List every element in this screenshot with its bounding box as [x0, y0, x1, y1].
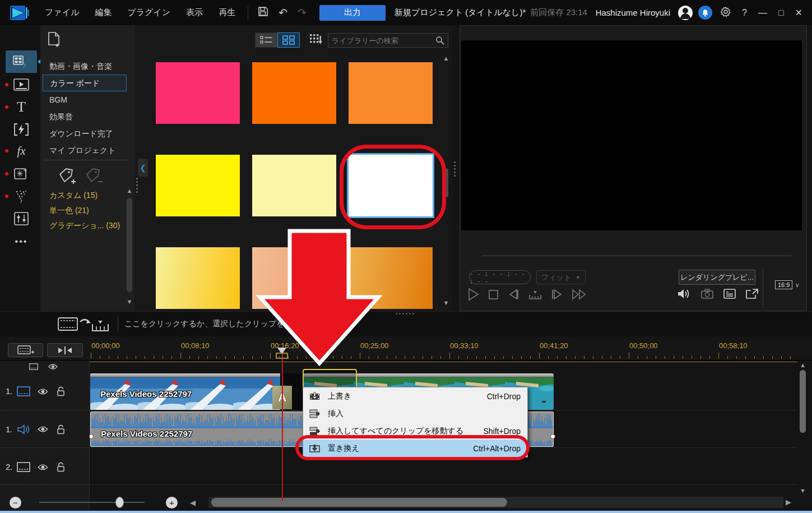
menu-item-4[interactable]: 再生 [211, 4, 243, 21]
volume-icon[interactable] [678, 288, 691, 302]
settings-gear-icon[interactable] [718, 7, 734, 19]
menu-item-3[interactable]: 表示 [178, 4, 211, 21]
scroll-down-icon[interactable]: ▼ [798, 487, 808, 494]
grid-view-button[interactable] [277, 33, 300, 48]
scroll-up-icon[interactable]: ▲ [125, 187, 134, 195]
color-board-swatch-1[interactable] [252, 62, 336, 124]
audio-mixing-room-button[interactable] [6, 207, 37, 230]
scroll-right-icon[interactable]: ▶ [786, 498, 791, 506]
effect-room-button[interactable]: fx [6, 140, 37, 162]
fast-forward-button[interactable] [572, 289, 587, 302]
search-icon[interactable] [435, 36, 448, 45]
video-track-1-header[interactable]: 1. [0, 373, 90, 410]
stop-button[interactable] [489, 290, 498, 302]
previous-frame-button[interactable] [508, 289, 519, 302]
play-button[interactable] [468, 288, 479, 303]
panel-resize-handle[interactable] [136, 178, 138, 193]
render-preview-button[interactable]: レンダリングプレビ... [679, 270, 755, 285]
media-room-button[interactable]: ♪ [6, 50, 37, 73]
menu-item-1[interactable]: 編集 [87, 4, 119, 21]
more-rooms-button[interactable]: ••• [6, 230, 37, 253]
category-item-3[interactable]: 効果音 [43, 108, 127, 125]
playhead-line[interactable] [282, 350, 283, 501]
scroll-left-icon[interactable]: ◀ [190, 498, 196, 507]
color-board-swatch-6[interactable] [156, 247, 240, 309]
sort-icon[interactable] [309, 34, 323, 48]
save-icon[interactable] [253, 6, 273, 20]
category-item-5[interactable]: マイ プロジェクト [43, 142, 127, 159]
video-track-2-header[interactable]: 2. [0, 449, 90, 486]
zoom-out-button[interactable]: − [10, 497, 21, 509]
remove-tag-icon[interactable] [84, 167, 103, 188]
context-menu-item-1[interactable]: 挿入 [303, 405, 527, 422]
color-board-swatch-3[interactable] [156, 155, 240, 216]
add-tag-icon[interactable] [57, 167, 76, 188]
category-scrollbar[interactable]: ▲ ▼ [125, 187, 134, 306]
pip-objects-button[interactable]: ✳✳ [6, 163, 37, 185]
aspect-ratio-badge[interactable]: 16:9 [775, 280, 792, 289]
category-item-2[interactable]: BGM [43, 91, 127, 108]
color-board-swatch-0[interactable] [156, 62, 240, 124]
preview-quality-icon[interactable] [723, 289, 736, 301]
close-icon[interactable]: ✕ [792, 7, 805, 18]
seek-bar[interactable] [481, 255, 792, 256]
scroll-down-icon[interactable]: ▼ [125, 298, 134, 306]
undo-icon[interactable]: ↶ [273, 6, 293, 19]
video-clip[interactable]: Pexels Videos 2252797 [90, 373, 280, 410]
title-room-button[interactable]: T [6, 96, 37, 118]
maximize-icon[interactable]: □ [776, 8, 787, 18]
minimize-icon[interactable]: — [755, 8, 770, 18]
marker-button[interactable] [528, 289, 542, 302]
detach-window-icon[interactable] [746, 289, 758, 301]
scroll-down-icon[interactable]: ▼ [442, 299, 450, 307]
splitter-handle[interactable] [396, 313, 414, 315]
transition-room-button[interactable] [6, 118, 37, 141]
next-frame-button[interactable] [551, 289, 563, 302]
insert-move-icon [308, 427, 321, 436]
tag-item-1[interactable]: 単一色 (21) [43, 203, 127, 218]
scrollbar-thumb[interactable] [211, 498, 507, 507]
collapse-panel-chevron[interactable]: ❮ [138, 159, 148, 177]
color-board-swatch-4[interactable] [252, 155, 336, 216]
timeline-horizontal-scrollbar[interactable] [208, 497, 783, 508]
precision-trim-button[interactable] [47, 343, 83, 357]
tag-item-2[interactable]: グラデーショ... (30) [43, 218, 127, 233]
tag-item-0[interactable]: カスタム (15) [43, 188, 127, 203]
category-item-4[interactable]: ダウンロード完了 [43, 125, 127, 142]
track-manager-button[interactable] [8, 343, 43, 357]
export-button[interactable]: 出力 [319, 5, 386, 21]
overlay-room-button[interactable] [6, 73, 37, 96]
redo-icon[interactable]: ↷ [293, 6, 312, 19]
scroll-up-icon[interactable]: ▲ [798, 361, 808, 369]
menu-item-2[interactable]: プラグイン [119, 4, 178, 21]
snapshot-camera-icon[interactable] [701, 289, 713, 301]
audio-track-1-header[interactable]: 1. [0, 411, 90, 447]
timecode-display[interactable]: - - ; - - ; - - ; - - [469, 270, 531, 284]
zoom-in-button[interactable]: + [166, 497, 178, 509]
zoom-slider-thumb[interactable] [115, 497, 124, 508]
list-view-button[interactable] [255, 33, 277, 48]
clip-left-handle[interactable] [90, 434, 94, 439]
scrollbar-thumb[interactable] [127, 198, 132, 292]
zoom-fit-dropdown[interactable]: フィット▼ [536, 270, 586, 284]
particle-room-button[interactable] [6, 185, 37, 207]
context-menu-item-0[interactable]: 上書きCtrl+Drop [303, 387, 527, 405]
timeline-vertical-scrollbar[interactable]: ▲ ▼ [798, 361, 808, 494]
clip-right-handle[interactable] [550, 434, 555, 439]
zoom-slider[interactable] [39, 502, 145, 503]
scrollbar-thumb[interactable] [800, 370, 806, 433]
new-file-icon[interactable] [47, 32, 62, 50]
notification-bell-icon[interactable] [698, 6, 712, 20]
category-item-0[interactable]: 動画・画像・音楽 [43, 58, 127, 75]
color-board-swatch-2[interactable] [349, 62, 433, 124]
timeline-toolbar: ここをクリックするか、選択したクリップを選択した [0, 311, 812, 336]
chevron-down-icon: ∨ [795, 281, 799, 289]
category-item-1[interactable]: カラー ボード [43, 75, 127, 91]
avatar[interactable] [678, 6, 693, 20]
help-icon[interactable]: ? [739, 8, 750, 18]
timeline-ruler[interactable]: 00;00;0000;08;1000;16;2000;25;0000;33;10… [0, 336, 812, 361]
preview-resize-handle[interactable] [454, 161, 456, 177]
menu-item-0[interactable]: ファイル [37, 4, 87, 21]
scroll-up-icon[interactable]: ▲ [442, 54, 450, 62]
search-input[interactable] [328, 36, 435, 45]
